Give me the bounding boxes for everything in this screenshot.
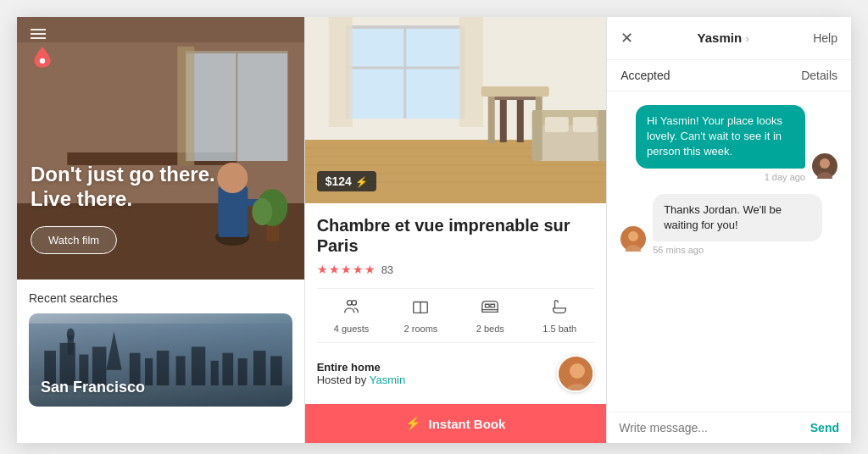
message-received-wrapper: Thanks Jordan. We'll be waiting for you!… [653,194,822,255]
guests-icon [342,297,361,320]
svg-rect-12 [235,195,243,237]
amenity-bath: 1.5 bath [525,297,594,334]
message-sent-wrapper: Hi Yasmin! Your place looks lovely. Can'… [636,105,805,182]
svg-rect-56 [481,86,548,97]
chat-send-button[interactable]: Send [810,421,839,435]
chat-message-input[interactable] [619,421,804,435]
chat-messages: Hi Yasmin! Your place looks lovely. Can'… [607,91,851,412]
price-badge: $124 ⚡ [317,171,376,191]
amenity-beds: 2 beds [455,297,525,334]
svg-rect-61 [531,110,542,161]
listing-info: Chambre et vue imprenable sur Paris ★★★★… [305,203,607,404]
bath-label: 1.5 bath [542,324,576,334]
svg-rect-62 [598,110,606,161]
chat-status: Accepted [620,69,670,82]
app-container: Don't just go there. Live there. Watch f… [17,17,851,443]
guests-label: 4 guests [334,324,370,334]
listing-panel: $124 ⚡ Chambre et vue imprenable sur Par… [305,17,608,443]
chat-help-button[interactable]: Help [813,31,837,45]
recent-searches-section: Recent searches [17,280,304,415]
recent-searches-label: Recent searches [29,291,292,305]
message-time-received: 56 mins ago [653,245,822,255]
svg-rect-7 [177,47,194,165]
menu-icon[interactable] [31,29,46,39]
chat-name-arrow: › [746,32,749,45]
recent-city-name: San Francisco [41,379,145,396]
instant-book-label: Instant Book [428,417,505,431]
jordan-avatar [812,153,837,182]
chat-header: ✕ Yasmin › Help [607,17,851,60]
price-value: $124 [326,174,352,188]
svg-point-18 [40,58,45,64]
svg-rect-57 [487,97,494,143]
rating-count: 83 [381,263,393,276]
listing-amenities: 4 guests 2 rooms [317,288,595,343]
lightning-icon: ⚡ [355,176,368,188]
host-avatar [557,355,594,392]
rooms-icon [411,297,430,320]
svg-point-71 [570,363,585,379]
hero-title: Don't just go there. Live there. [31,163,215,212]
chat-subheader: Accepted Details [607,60,851,91]
svg-point-17 [252,198,272,225]
hosted-by-prefix: Hosted by [317,374,370,386]
message-bubble-received: Thanks Jordan. We'll be waiting for you! [653,194,822,241]
svg-rect-51 [328,17,352,127]
svg-rect-11 [221,195,230,237]
chat-title: Yasmin › [698,30,749,46]
chat-panel: ✕ Yasmin › Help Accepted Details [607,17,851,443]
amenity-guests: 4 guests [317,297,387,334]
svg-point-77 [628,231,638,241]
svg-rect-54 [499,100,506,142]
svg-point-66 [352,301,357,306]
chat-input-row: Send [607,412,851,443]
beds-label: 2 beds [476,324,504,334]
message-row-sent: Hi Yasmin! Your place looks lovely. Can'… [620,105,837,182]
bath-icon [550,297,569,320]
message-bubble-sent: Hi Yasmin! Your place looks lovely. Can'… [636,105,805,169]
listing-host: Entire home Hosted by Yasmin [317,355,595,392]
svg-rect-64 [572,117,596,132]
message-time-sent: 1 day ago [636,172,805,182]
yasmin-avatar [620,226,646,255]
airbnb-logo [29,44,56,77]
listing-rating: ★★★★★ 83 [317,263,595,276]
home-panel: Don't just go there. Live there. Watch f… [17,17,305,443]
hero-title-line2: Live there. [31,187,132,210]
listing-photo: $124 ⚡ [305,17,607,203]
svg-point-74 [820,158,830,169]
svg-point-10 [217,163,248,193]
message-row-received: Thanks Jordan. We'll be waiting for you!… [620,194,837,255]
host-info-text: Entire home Hosted by Yasmin [317,361,406,386]
hero-section: Don't just go there. Live there. Watch f… [17,17,304,280]
rating-stars: ★★★★★ [317,263,376,276]
rooms-label: 2 rooms [404,324,438,334]
svg-point-65 [347,301,352,306]
home-type: Entire home [317,361,381,374]
recent-search-sf[interactable]: San Francisco [29,313,292,407]
beds-icon [481,297,499,320]
instant-book-button[interactable]: ⚡ Instant Book [305,404,607,443]
chat-name: Yasmin [698,30,743,45]
svg-rect-55 [516,100,523,142]
instant-book-icon: ⚡ [405,416,421,431]
watch-film-button[interactable]: Watch film [31,226,117,254]
amenity-rooms: 2 rooms [387,297,456,334]
host-name[interactable]: Yasmin [370,374,405,386]
chat-close-button[interactable]: ✕ [620,29,633,47]
chat-details-button[interactable]: Details [801,69,837,82]
hero-title-line1: Don't just go there. [31,163,215,185]
svg-rect-52 [459,17,482,127]
svg-rect-63 [544,117,568,132]
listing-title: Chambre et vue imprenable sur Paris [317,215,595,256]
